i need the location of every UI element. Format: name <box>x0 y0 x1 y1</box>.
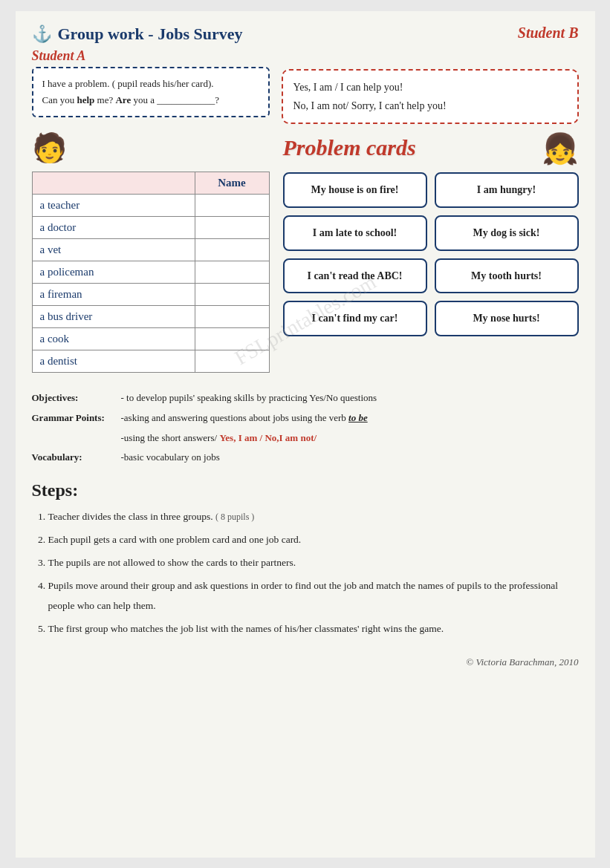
step-item: Each pupil gets a card with one problem … <box>48 529 579 549</box>
table-row: a teacher <box>32 195 269 217</box>
student-a-label: Student A <box>32 48 270 64</box>
vocab-row: Vocabulary: -basic vocabulary on jobs <box>32 448 579 467</box>
job-name: a cook <box>32 328 195 350</box>
table-row: a cook <box>32 328 269 350</box>
problem-card: My tooth hurts! <box>435 258 579 294</box>
problem-card: I can't read the ABC! <box>283 258 427 294</box>
footer: © Victoria Barachman, 2010 <box>32 656 579 668</box>
student-a-line1: I have a problem. ( pupil reads his/her … <box>42 76 259 92</box>
grammar-label2 <box>32 429 121 448</box>
tobe-text: to be <box>348 412 368 423</box>
problem-card: I can't find my car! <box>283 301 427 336</box>
job-name: a doctor <box>32 217 195 239</box>
job-name: a teacher <box>32 195 195 217</box>
problem-cards-section: Problem cards 👧 My house is on fire!I am… <box>283 131 579 336</box>
vocab-text: -basic vocabulary on jobs <box>121 448 579 467</box>
step-item: The pupils are not allowed to show the c… <box>48 552 579 572</box>
name-cell <box>195 328 269 350</box>
jobs-table-section: 🧑 Name a teachera doctora veta policeman… <box>32 131 270 373</box>
objectives-row: Objectives: - to develop pupils' speakin… <box>32 389 579 408</box>
student-b-yes: Yes, I am / I can help you! <box>293 78 567 97</box>
middle-row: 🧑 Name a teachera doctora veta policeman… <box>32 131 579 373</box>
student-b-no: No, I am not/ Sorry, I can't help you! <box>293 97 567 115</box>
main-title: Group work - Jobs Survey <box>58 25 243 44</box>
are-bold: Are <box>115 94 131 105</box>
job-name: a policeman <box>32 261 195 284</box>
grammar-red-text: Yes, I am / No,I am not/ <box>219 432 317 443</box>
steps-list: Teacher divides the class in three group… <box>32 506 579 639</box>
grammar-line1: -asking and answering questions about jo… <box>121 409 579 428</box>
steps-title-colon: : <box>72 480 78 500</box>
step-item: The first group who matches the job list… <box>48 619 579 639</box>
name-cell <box>195 350 269 373</box>
help-bold: help <box>77 94 94 105</box>
table-row: a fireman <box>32 284 269 306</box>
problem-card: I am hungry! <box>435 172 579 208</box>
problem-card: My house is on fire! <box>283 172 427 208</box>
table-row: a dentist <box>32 350 269 373</box>
student-a-section: Student A I have a problem. ( pupil read… <box>32 48 270 124</box>
copyright: © Victoria Barachman, 2010 <box>466 656 578 668</box>
title-left: ⚓ Group work - Jobs Survey <box>32 25 243 44</box>
grammar-label: Grammar Points: <box>32 409 121 428</box>
name-cell <box>195 306 269 328</box>
student-a-box: I have a problem. ( pupil reads his/her … <box>32 67 270 117</box>
step-note: ( 8 pupils ) <box>215 512 254 522</box>
name-cell <box>195 217 269 239</box>
grammar-row1: Grammar Points: -asking and answering qu… <box>32 409 579 428</box>
step-item: Pupils move around their group and ask q… <box>48 575 579 616</box>
objectives-text: - to develop pupils' speaking skills by … <box>121 389 579 408</box>
step-item: Teacher divides the class in three group… <box>48 506 579 526</box>
table-col2-header: Name <box>195 172 269 195</box>
table-row: a doctor <box>32 217 269 239</box>
vocab-label: Vocabulary: <box>32 448 121 467</box>
name-cell <box>195 195 269 217</box>
objectives-label: Objectives: <box>32 389 121 408</box>
student-b-section: Yes, I am / I can help you! No, I am not… <box>282 48 579 124</box>
students-row: Student A I have a problem. ( pupil read… <box>32 48 579 124</box>
student-b-bubble: Yes, I am / I can help you! No, I am not… <box>282 69 579 124</box>
info-section: Objectives: - to develop pupils' speakin… <box>32 389 579 467</box>
table-col1-header <box>32 172 195 195</box>
avatar-student-b: 👧 <box>542 131 579 166</box>
student-a-line2: Can you help me? Are you a ____________? <box>42 92 259 108</box>
name-cell <box>195 239 269 261</box>
grammar-row2: -using the short answers/ Yes, I am / No… <box>32 429 579 448</box>
job-name: a fireman <box>32 284 195 306</box>
cards-grid: My house is on fire!I am hungry!I am lat… <box>283 172 579 336</box>
steps-section: Steps: Teacher divides the class in thre… <box>32 480 579 639</box>
problem-cards-title: Problem cards <box>283 135 416 160</box>
job-name: a bus driver <box>32 306 195 328</box>
table-row: a policeman <box>32 261 269 284</box>
job-name: a vet <box>32 239 195 261</box>
grammar-line2: -using the short answers/ Yes, I am / No… <box>121 429 579 448</box>
job-name: a dentist <box>32 350 195 373</box>
header: ⚓ Group work - Jobs Survey Student B <box>32 25 579 44</box>
name-cell <box>195 284 269 306</box>
table-row: a bus driver <box>32 306 269 328</box>
name-cell <box>195 261 269 284</box>
steps-title: Steps: <box>32 480 579 500</box>
table-row: a vet <box>32 239 269 261</box>
steps-title-red: Steps <box>32 480 73 500</box>
problem-card: I am late to school! <box>283 215 427 251</box>
anchor-icon: ⚓ <box>32 25 52 44</box>
problem-card: My dog is sick! <box>435 215 579 251</box>
page: ⚓ Group work - Jobs Survey Student B Stu… <box>16 11 595 858</box>
avatar-student-a: 🧑 <box>32 131 67 164</box>
student-b-header-label: Student B <box>518 25 579 42</box>
jobs-table: Name a teachera doctora veta policemana … <box>32 172 270 373</box>
problem-card: My nose hurts! <box>435 301 579 336</box>
